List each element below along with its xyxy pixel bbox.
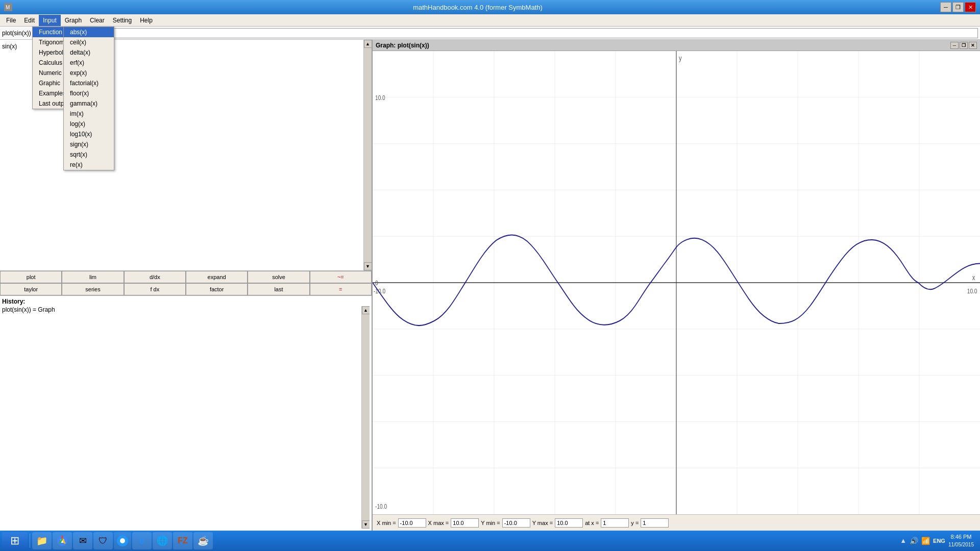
graph-area: x y 10.0 0 -10.0 -10.0 10.0	[373, 51, 980, 514]
minimize-button[interactable]: ─	[940, 2, 951, 12]
taskbar-app-blue[interactable]	[114, 532, 131, 549]
svg-text:10.0: 10.0	[967, 287, 977, 295]
menu-input[interactable]: Input	[39, 15, 61, 26]
right-panel: Graph: plot(sin(x)) ─ ❐ ✕	[373, 40, 980, 531]
ymax-input[interactable]	[555, 518, 583, 528]
svg-text:-10.0: -10.0	[374, 287, 385, 295]
history-scroll-up[interactable]: ▲	[362, 306, 370, 314]
btn-taylor[interactable]: taylor	[0, 283, 62, 295]
btn-approx[interactable]: ~=	[310, 271, 372, 283]
taskbar-tray: ▲ 🔊 📶 ENG 8:46 PM 11/05/2015	[900, 533, 978, 548]
workspace-entry: sin(x)	[2, 42, 361, 51]
taskbar-app-mail[interactable]: ✉	[73, 532, 92, 549]
atx-input[interactable]	[601, 518, 629, 528]
svg-text:M: M	[6, 5, 10, 10]
taskbar-separator-1	[30, 534, 30, 548]
expression-input[interactable]	[38, 28, 978, 38]
workspace-scrollbar: ▲ ▼	[363, 40, 372, 270]
svg-text:10.0: 10.0	[375, 94, 385, 102]
start-button[interactable]: ⊞	[2, 532, 28, 549]
tray-sound-icon[interactable]: 📶	[921, 537, 930, 545]
button-row-2: taylor series f dx factor last =	[0, 283, 372, 295]
graph-title-bar: Graph: plot(sin(x)) ─ ❐ ✕	[373, 40, 980, 51]
history-scroll-down[interactable]: ▼	[362, 520, 370, 529]
window-title: mathHandbook.com 4.0 (former SymbMath)	[15, 4, 940, 11]
svg-text:y: y	[679, 54, 682, 62]
menu-clear[interactable]: Clear	[86, 15, 109, 26]
show-desktop-btn[interactable]: ▲	[900, 537, 906, 544]
menu-bar: File Edit Input Graph Clear Setting Help	[0, 14, 980, 27]
taskbar-app-java[interactable]: ☕	[193, 532, 213, 549]
ymax-label: Y max =	[532, 520, 553, 526]
ymin-label: Y min =	[481, 520, 500, 526]
btn-ddx[interactable]: d/dx	[124, 271, 186, 283]
btn-factor[interactable]: factor	[186, 283, 248, 295]
taskbar-app-network[interactable]: 🌐	[153, 532, 172, 549]
taskbar-app-ie[interactable]: e	[132, 532, 152, 549]
taskbar: ⊞ 📁 ✉ 🛡 e 🌐 FZ ☕ ▲ 🔊 📶 ENG 8:46 PM 11/05…	[0, 531, 980, 551]
svg-text:0: 0	[375, 279, 378, 287]
restore-button[interactable]: ❐	[952, 2, 964, 12]
xmin-input[interactable]	[398, 518, 426, 528]
btn-series[interactable]: series	[62, 283, 124, 295]
history-scrollbar: ▲ ▼	[361, 306, 370, 529]
svg-text:-10.0: -10.0	[375, 503, 387, 511]
btn-lim[interactable]: lim	[62, 271, 124, 283]
xmin-label: X min =	[377, 520, 396, 526]
xmax-input[interactable]	[451, 518, 479, 528]
menu-help[interactable]: Help	[136, 15, 157, 26]
input-label: plot(sin(x)) =	[2, 30, 36, 37]
clock-time: 8:46 PM	[948, 533, 974, 541]
taskbar-app-ftp[interactable]: FZ	[173, 532, 192, 549]
graph-title: Graph: plot(sin(x))	[376, 42, 429, 49]
btn-fdx[interactable]: f dx	[124, 283, 186, 295]
btn-expand[interactable]: expand	[186, 271, 248, 283]
taskbar-app-files[interactable]: 📁	[32, 532, 52, 549]
graph-close-btn[interactable]: ✕	[969, 42, 977, 49]
left-panel: sin(x) ▲ ▼ plot lim d/dx expand solve ~=…	[0, 40, 373, 531]
menu-file[interactable]: File	[2, 15, 20, 26]
menu-edit[interactable]: Edit	[20, 15, 39, 26]
y-equals-label: y =	[631, 520, 639, 526]
atx-label: at x =	[585, 520, 599, 526]
clock: 8:46 PM 11/05/2015	[948, 533, 974, 548]
scroll-up-btn[interactable]: ▲	[364, 40, 372, 48]
y-value-input[interactable]	[641, 518, 669, 528]
btn-last[interactable]: last	[248, 283, 309, 295]
content-area: sin(x) ▲ ▼ plot lim d/dx expand solve ~=…	[0, 40, 980, 531]
app-icon: M	[4, 3, 12, 11]
clock-date: 11/05/2015	[948, 541, 974, 548]
graph-svg: x y 10.0 0 -10.0 -10.0 10.0	[373, 51, 980, 514]
btn-solve[interactable]: solve	[248, 271, 309, 283]
button-row-1: plot lim d/dx expand solve ~=	[0, 271, 372, 283]
close-button[interactable]: ✕	[965, 2, 976, 12]
history-entry: plot(sin(x)) = Graph	[2, 306, 361, 313]
history-panel: History: plot(sin(x)) = Graph ▲ ▼	[0, 296, 372, 531]
graph-restore-btn[interactable]: ❐	[960, 42, 968, 49]
menu-graph[interactable]: Graph	[61, 15, 86, 26]
menu-setting[interactable]: Setting	[109, 15, 136, 26]
window-controls: ─ ❐ ✕	[940, 2, 976, 12]
taskbar-app-shield[interactable]: 🛡	[93, 532, 113, 549]
graph-minimize-btn[interactable]: ─	[950, 42, 959, 49]
btn-equals[interactable]: =	[310, 283, 372, 295]
ymin-input[interactable]	[502, 518, 530, 528]
graph-footer: X min = X max = Y min = Y max = at x = y…	[373, 514, 980, 531]
btn-plot[interactable]: plot	[0, 271, 62, 283]
title-bar: M mathHandbook.com 4.0 (former SymbMath)…	[0, 0, 980, 14]
input-area: plot(sin(x)) =	[0, 27, 980, 40]
button-bar: plot lim d/dx expand solve ~= taylor ser…	[0, 270, 372, 296]
workspace: sin(x)	[0, 40, 363, 270]
xmax-label: X max =	[428, 520, 449, 526]
tray-network-icon[interactable]: 🔊	[910, 537, 918, 545]
svg-text:x: x	[972, 273, 975, 282]
taskbar-app-chrome[interactable]	[53, 532, 72, 549]
language-indicator[interactable]: ENG	[933, 538, 945, 544]
scroll-down-btn[interactable]: ▼	[364, 262, 372, 270]
history-label: History:	[2, 298, 370, 305]
